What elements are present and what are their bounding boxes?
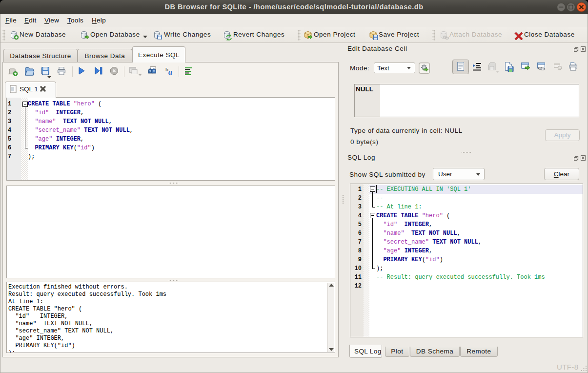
svg-text:a: a xyxy=(168,68,172,76)
